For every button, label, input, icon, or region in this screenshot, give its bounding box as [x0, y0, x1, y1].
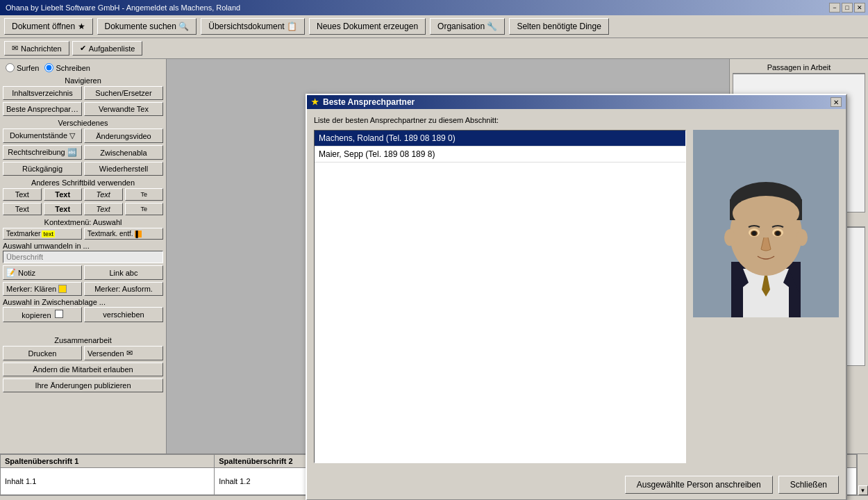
notiz-icon: 📝 — [6, 268, 16, 277]
main-layout: Surfen Schreiben Navigieren Inhaltsverze… — [0, 59, 868, 453]
dokumente-suchen-button[interactable]: Dokumente suchen 🔍 — [97, 18, 197, 35]
content-area: ★ Beste Ansprechpartner ✕ Liste der best… — [167, 59, 729, 453]
radio-group-navigation: Surfen Schreiben — [3, 62, 163, 74]
nachrichten-tab[interactable]: ✉ Nachrichten — [4, 41, 69, 56]
close-window-button[interactable]: ✕ — [854, 3, 865, 12]
neues-dokument-button[interactable]: Neues Dokument erzeugen — [309, 18, 426, 35]
text-style-3[interactable]: Text — [84, 188, 123, 201]
versenden-button[interactable]: Versenden ✉ — [84, 346, 163, 360]
sidebar: Surfen Schreiben Navigieren Inhaltsverze… — [0, 59, 167, 453]
wiederherstell-button[interactable]: Wiederherstell — [84, 162, 163, 176]
col-header-1: Spaltenüberschrift 1 — [1, 455, 215, 468]
contact-list: Machens, Roland (Tel. 189 08 189 0) Maie… — [314, 130, 686, 463]
text-style-2[interactable]: Text — [44, 188, 83, 201]
rechtschreibung-button[interactable]: Rechtschreibung 🔤 — [3, 145, 82, 160]
contact-name-2: Maier, Sepp (Tel. 189 08 189 8) — [319, 149, 435, 159]
nav-row-1: Inhaltsverzeichnis Suchen/Ersetzer — [3, 86, 163, 100]
merker-klaeren-label: Merker: Klären — [6, 285, 56, 293]
passagen-label: Passagen in Arbeit — [733, 62, 865, 74]
textmark-entf-icon: ▌ — [135, 231, 142, 238]
text-style-5[interactable]: Text — [3, 203, 42, 215]
dialog-overlay: ★ Beste Ansprechpartner ✕ Liste der best… — [167, 59, 729, 453]
beste-ansprechpartner-dialog: ★ Beste Ansprechpartner ✕ Liste der best… — [306, 94, 847, 500]
inhaltsverzeichnis-button[interactable]: Inhaltsverzeichnis — [3, 86, 82, 100]
surfen-radio-label[interactable]: Surfen — [6, 63, 39, 72]
schriftbild-group-label: Anderes Schriftbild verwenden — [3, 178, 163, 187]
svg-point-7 — [733, 196, 799, 231]
organisation-button[interactable]: Organisation 🔧 — [430, 18, 505, 35]
verschiedenes-group-label: Verschiedenes — [3, 119, 163, 127]
text-style-6[interactable]: Text — [44, 203, 83, 215]
dialog-star-icon: ★ — [311, 97, 319, 107]
contact-item-2[interactable]: Maier, Sepp (Tel. 189 08 189 8) — [315, 147, 685, 162]
textmarker-highlight-icon: text — [42, 231, 55, 238]
verschiedenes-row-3: Rückgängig Wiederherstell — [3, 162, 163, 176]
textmarker-row: Textmarker text Textmark. entf. ▌ — [3, 228, 163, 240]
merker-klaeren-button[interactable]: Merker: Klären — [3, 282, 82, 296]
anschreiben-button[interactable]: Ausgewählte Person anschreiben — [625, 476, 773, 494]
schreiben-radio[interactable] — [44, 63, 53, 72]
navigieren-group-label: Navigieren — [3, 76, 163, 85]
versenden-label: Versenden — [87, 349, 124, 358]
kontextmenu-group-label: Kontextmenü: Auswahl — [3, 218, 163, 226]
versenden-icon: ✉ — [126, 349, 133, 358]
beste-ansprechpartner-button[interactable]: Beste Ansprechpartn. — [3, 102, 82, 116]
dokument-oeffnen-button[interactable]: Dokument öffnen ★ — [4, 18, 93, 35]
zwischenabla-button[interactable]: Zwischenabla — [84, 145, 163, 160]
drucken-versenden-row: Drucken Versenden ✉ — [3, 346, 163, 360]
link-button[interactable]: Link abc — [84, 265, 163, 280]
window-controls: − □ ✕ — [829, 3, 865, 12]
aendern-erlauben-button[interactable]: Ändern die Mitarbeit erlauben — [3, 362, 163, 376]
dokumentstaende-button[interactable]: Dokumentstände ▽ — [3, 128, 82, 143]
text-style-8[interactable]: Te — [125, 203, 164, 215]
publizieren-button[interactable]: Ihre Änderungen publizieren — [3, 378, 163, 392]
text-style-7[interactable]: Text — [84, 203, 123, 215]
maximize-button[interactable]: □ — [842, 3, 853, 12]
schreiben-label: Schreiben — [56, 64, 90, 72]
dialog-body: Liste der besten Ansprechpartner zu dies… — [307, 109, 846, 470]
schreiben-radio-label[interactable]: Schreiben — [44, 63, 90, 72]
merker-klaeren-icon — [58, 285, 67, 293]
dialog-footer: Ausgewählte Person anschreiben Schließen — [307, 470, 846, 499]
minimize-button[interactable]: − — [829, 3, 840, 12]
aufgabenliste-tab[interactable]: ✔ Aufgabenliste — [72, 41, 143, 56]
kopieren-verschieben-row: kopieren verschieben — [3, 307, 163, 322]
svg-point-15 — [796, 229, 808, 246]
kopieren-button[interactable]: kopieren — [3, 307, 82, 322]
verschiedenes-row-1: Dokumentstände ▽ Änderungsvideo — [3, 128, 163, 143]
text-style-4[interactable]: Te — [125, 188, 164, 201]
auswahl-label: Auswahl umwandeln in ... — [3, 242, 163, 250]
selten-benoetigt-button[interactable]: Selten benötigte Dinge — [509, 18, 608, 35]
ueberschrift-input[interactable] — [3, 251, 163, 263]
drucken-button[interactable]: Drucken — [3, 346, 82, 360]
dialog-close-button[interactable]: ✕ — [831, 97, 842, 107]
aenderungsvideo-button[interactable]: Änderungsvideo — [84, 128, 163, 143]
merker-ausform-label: Merker: Ausform. — [94, 285, 153, 293]
title-bar: Ohana by Liebelt Software GmbH - Angemel… — [0, 0, 868, 15]
merker-ausform-button[interactable]: Merker: Ausform. — [84, 282, 163, 296]
dialog-subtitle: Liste der besten Ansprechpartner zu dies… — [314, 116, 839, 124]
textmarker-button[interactable]: Textmarker text — [3, 228, 82, 240]
schliessen-button[interactable]: Schließen — [778, 476, 839, 494]
surfen-label: Surfen — [17, 64, 39, 72]
notiz-button[interactable]: 📝 Notiz — [3, 265, 82, 280]
contact-name-1: Machens, Roland (Tel. 189 08 189 0) — [319, 133, 456, 143]
contact-photo — [693, 130, 839, 317]
verwandte-tex-button[interactable]: Verwandte Tex — [84, 102, 163, 116]
textmarker-label: Textmarker — [6, 230, 40, 238]
scroll-down-arrow[interactable]: ▼ — [858, 485, 868, 495]
main-toolbar: Dokument öffnen ★ Dokumente suchen 🔍 Übe… — [0, 15, 868, 38]
textmark-entf-button[interactable]: Textmark. entf. ▌ — [84, 228, 163, 240]
aufgabenliste-icon: ✔ — [80, 44, 86, 53]
dialog-title-text: Beste Ansprechpartner — [323, 97, 415, 107]
uebersichtsdokument-button[interactable]: Übersichtsdokument 📋 — [201, 18, 305, 35]
zwischenablage-label: Auswahl in Zwischenablage ... — [3, 298, 163, 306]
suchen-ersetzer-button[interactable]: Suchen/Ersetzer — [84, 86, 163, 100]
text-style-1[interactable]: Text — [3, 188, 42, 201]
tabs-row: ✉ Nachrichten ✔ Aufgabenliste — [0, 38, 868, 59]
surfen-radio[interactable] — [6, 63, 15, 72]
verschieben-button[interactable]: verschieben — [84, 307, 163, 322]
text-style-row-2: Text Text Text Te — [3, 203, 163, 215]
contact-item-1[interactable]: Machens, Roland (Tel. 189 08 189 0) — [315, 131, 685, 147]
rueckgaengig-button[interactable]: Rückgängig — [3, 162, 82, 176]
